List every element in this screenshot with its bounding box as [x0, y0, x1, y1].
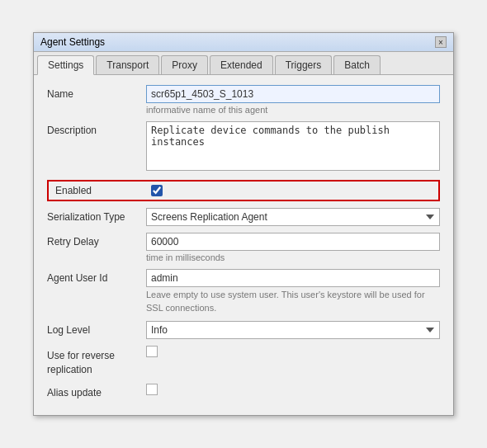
retry-delay-hint: time in milliseconds	[146, 252, 440, 262]
tab-transport[interactable]: Transport	[96, 55, 159, 74]
agent-user-id-field: Leave empty to use system user. This use…	[146, 269, 440, 314]
serialization-select[interactable]: Screens Replication Agent	[146, 208, 440, 226]
reverse-replication-checkbox[interactable]	[146, 346, 158, 357]
name-hint: informative name of this agent	[146, 105, 440, 115]
description-label: Description	[47, 121, 146, 136]
agent-settings-window: Agent Settings × Settings Transport Prox…	[33, 32, 454, 415]
tab-settings[interactable]: Settings	[37, 55, 94, 75]
description-field: Replicate device commands to the publish…	[146, 121, 440, 173]
agent-user-id-row: Agent User Id Leave empty to use system …	[47, 269, 440, 314]
tab-bar: Settings Transport Proxy Extended Trigge…	[34, 52, 453, 75]
retry-delay-row: Retry Delay time in milliseconds	[47, 233, 440, 262]
enabled-label: Enabled	[55, 185, 151, 196]
retry-delay-label: Retry Delay	[47, 233, 146, 248]
tab-batch[interactable]: Batch	[333, 55, 381, 74]
serialization-label: Serialization Type	[47, 208, 146, 223]
description-row: Description Replicate device commands to…	[47, 121, 440, 173]
enabled-checkbox[interactable]	[151, 185, 163, 196]
window-title: Agent Settings	[40, 36, 105, 48]
name-input[interactable]	[146, 85, 440, 103]
enabled-checkbox-container	[151, 185, 163, 196]
settings-content: Name informative name of this agent Desc…	[34, 75, 453, 414]
tab-triggers[interactable]: Triggers	[275, 55, 333, 74]
log-level-select[interactable]: Info Debug Warn Error	[146, 321, 440, 339]
reverse-replication-label: Use for reverse replication	[47, 346, 146, 377]
agent-user-id-label: Agent User Id	[47, 269, 146, 284]
name-field: informative name of this agent	[146, 85, 440, 115]
name-label: Name	[47, 85, 146, 100]
reverse-replication-field	[146, 346, 158, 357]
agent-user-id-input[interactable]	[146, 269, 440, 287]
log-level-label: Log Level	[47, 321, 146, 336]
enabled-row: Enabled	[47, 180, 440, 201]
alias-update-field	[146, 384, 158, 395]
serialization-row: Serialization Type Screens Replication A…	[47, 208, 440, 226]
close-button[interactable]: ×	[435, 36, 447, 48]
log-level-field: Info Debug Warn Error	[146, 321, 440, 339]
alias-update-label: Alias update	[47, 384, 146, 398]
titlebar: Agent Settings ×	[34, 33, 453, 52]
agent-user-id-hint: Leave empty to use system user. This use…	[146, 289, 440, 314]
alias-update-checkbox[interactable]	[146, 384, 158, 395]
log-level-row: Log Level Info Debug Warn Error	[47, 321, 440, 339]
tab-proxy[interactable]: Proxy	[161, 55, 208, 74]
tab-extended[interactable]: Extended	[210, 55, 273, 74]
retry-delay-field: time in milliseconds	[146, 233, 440, 262]
retry-delay-input[interactable]	[146, 233, 440, 251]
serialization-field: Screens Replication Agent	[146, 208, 440, 226]
reverse-replication-row: Use for reverse replication	[47, 346, 440, 377]
description-input[interactable]: Replicate device commands to the publish…	[146, 121, 440, 171]
name-row: Name informative name of this agent	[47, 85, 440, 115]
alias-update-row: Alias update	[47, 384, 440, 398]
